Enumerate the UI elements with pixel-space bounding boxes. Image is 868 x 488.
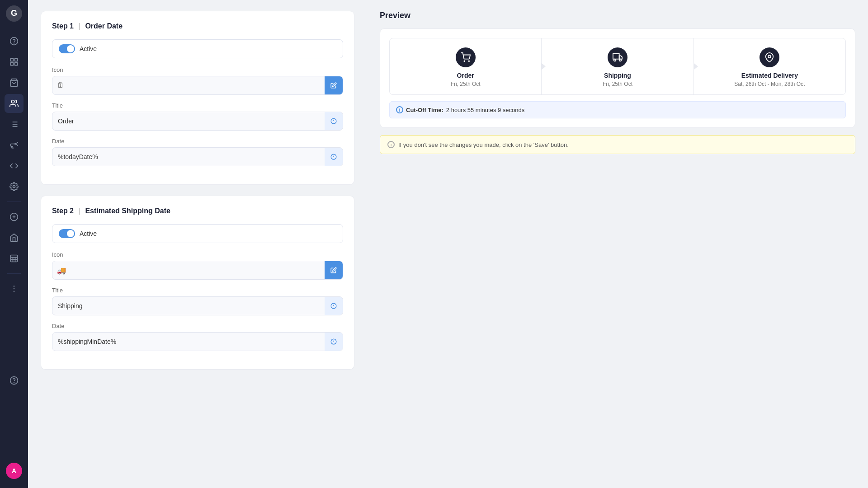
svg-marker-45 — [619, 56, 622, 59]
preview-title: Preview — [380, 11, 855, 20]
sidebar-item-list[interactable] — [5, 115, 24, 134]
step2-icon-input[interactable] — [71, 262, 325, 278]
svg-rect-6 — [11, 63, 14, 66]
step1-icon-input[interactable] — [69, 77, 325, 94]
sidebar-item-plus[interactable] — [5, 207, 24, 226]
timeline-arrow-2 — [693, 63, 698, 70]
step2-title-input[interactable] — [52, 298, 325, 314]
left-panel: Step 1 | Order Date Active Icon 🗓 Title — [28, 0, 367, 488]
step1-title: Order Date — [85, 22, 123, 30]
timeline-order-date: Fri, 25th Oct — [451, 81, 481, 87]
sidebar-item-shop[interactable] — [5, 228, 24, 247]
step2-toggle[interactable] — [59, 229, 75, 238]
sidebar-item-help[interactable] — [5, 32, 24, 51]
step1-icon-edit-btn[interactable] — [325, 76, 343, 94]
step2-card: Step 2 | Estimated Shipping Date Active … — [41, 196, 354, 370]
step2-active-row: Active — [52, 224, 343, 243]
svg-point-47 — [619, 59, 622, 61]
sidebar-item-gear[interactable] — [5, 177, 24, 196]
step2-number: Step 2 — [52, 207, 74, 215]
step2-icon-display: 🚚 — [52, 266, 71, 275]
timeline-delivery-date: Sat, 26th Oct - Mon, 28th Oct — [734, 81, 805, 87]
sidebar-item-megaphone[interactable] — [5, 136, 24, 155]
warning-text: If you don't see the changes you made, c… — [398, 141, 569, 148]
timeline-shipping-title: Shipping — [604, 72, 631, 79]
step2-date-label: Date — [52, 323, 343, 329]
step1-title-group: Title — [52, 102, 343, 131]
timeline-delivery-title: Estimated Delivery — [741, 72, 798, 79]
sidebar-item-layers[interactable] — [5, 52, 24, 71]
timeline-delivery-icon — [760, 47, 779, 67]
step2-title-input-wrapper — [52, 296, 343, 315]
timeline-order-title: Order — [457, 72, 474, 79]
sidebar-avatar[interactable]: A — [6, 463, 22, 479]
step2-icon-label: Icon — [52, 251, 343, 258]
step1-title-input[interactable] — [52, 113, 325, 129]
sidebar-item-code[interactable] — [5, 156, 24, 175]
step2-date-group: Date — [52, 323, 343, 351]
step1-active-row: Active — [52, 39, 343, 58]
step1-card: Step 1 | Order Date Active Icon 🗓 Title — [41, 11, 354, 185]
step2-title-icon-btn[interactable] — [325, 297, 343, 315]
step1-icon-input-wrapper: 🗓 — [52, 76, 343, 95]
svg-point-48 — [769, 55, 771, 58]
svg-point-46 — [614, 59, 616, 61]
timeline-order-icon — [456, 47, 476, 67]
sidebar-divider-1 — [7, 202, 21, 202]
svg-point-42 — [464, 61, 465, 61]
step2-icon-input-wrapper: 🚚 — [52, 261, 343, 280]
svg-point-27 — [14, 291, 15, 292]
right-panel: Preview Order Fri, 25th Oct — [367, 0, 868, 488]
timeline-step-order: Order Fri, 25th Oct — [390, 38, 542, 94]
step2-title: Estimated Shipping Date — [85, 207, 170, 215]
step1-number: Step 1 — [52, 22, 74, 30]
step2-date-input[interactable] — [52, 333, 325, 350]
step2-title-label: Title — [52, 287, 343, 294]
step1-active-label: Active — [80, 45, 97, 52]
step1-date-icon-btn[interactable] — [325, 148, 343, 166]
preview-cutoff-bar: i Cut-Off Time: 2 hours 55 minutes 9 sec… — [389, 101, 846, 118]
step2-icon-edit-btn[interactable] — [325, 261, 343, 279]
step1-title-icon-btn[interactable] — [325, 112, 343, 130]
step1-date-label: Date — [52, 138, 343, 145]
preview-card: Order Fri, 25th Oct Shipping Fri, 25th O… — [380, 28, 855, 128]
preview-timeline: Order Fri, 25th Oct Shipping Fri, 25th O… — [389, 38, 846, 95]
sidebar-item-table[interactable] — [5, 249, 24, 268]
svg-text:G: G — [11, 9, 17, 18]
step2-date-input-wrapper — [52, 332, 343, 351]
step2-header: Step 2 | Estimated Shipping Date — [52, 207, 343, 215]
sidebar-divider-2 — [7, 273, 21, 274]
svg-point-43 — [468, 61, 469, 61]
step1-icon-display: 🗓 — [52, 81, 69, 89]
step1-icon-label: Icon — [52, 66, 343, 73]
sidebar-item-question[interactable] — [5, 371, 24, 390]
cutoff-value: 2 hours 55 minutes 9 seconds — [446, 107, 524, 113]
step2-date-icon-btn[interactable] — [325, 333, 343, 351]
warning-icon: i — [387, 141, 395, 148]
svg-point-9 — [11, 100, 14, 103]
svg-point-29 — [14, 382, 14, 383]
step1-date-input[interactable] — [52, 149, 325, 165]
svg-point-25 — [14, 286, 15, 287]
step1-title-label: Title — [52, 102, 343, 109]
timeline-shipping-date: Fri, 25th Oct — [603, 81, 632, 87]
step1-icon-group: Icon 🗓 — [52, 66, 343, 95]
timeline-shipping-icon — [608, 47, 627, 67]
step2-active-label: Active — [80, 230, 97, 237]
step1-date-group: Date — [52, 138, 343, 166]
sidebar-item-more[interactable] — [5, 279, 24, 298]
sidebar-item-users[interactable] — [5, 94, 24, 113]
main-content: Step 1 | Order Date Active Icon 🗓 Title — [28, 0, 868, 488]
sidebar: G A — [0, 0, 28, 488]
cutoff-label: Cut-Off Time: — [406, 107, 443, 113]
svg-point-3 — [14, 43, 14, 43]
svg-rect-44 — [613, 54, 619, 59]
svg-rect-20 — [11, 255, 18, 262]
svg-point-16 — [13, 186, 15, 188]
sidebar-item-bag[interactable] — [5, 73, 24, 92]
svg-rect-4 — [11, 59, 14, 61]
timeline-arrow-1 — [541, 63, 546, 70]
step1-toggle[interactable] — [59, 44, 75, 53]
svg-rect-5 — [15, 59, 18, 61]
sidebar-logo[interactable]: G — [5, 5, 23, 23]
